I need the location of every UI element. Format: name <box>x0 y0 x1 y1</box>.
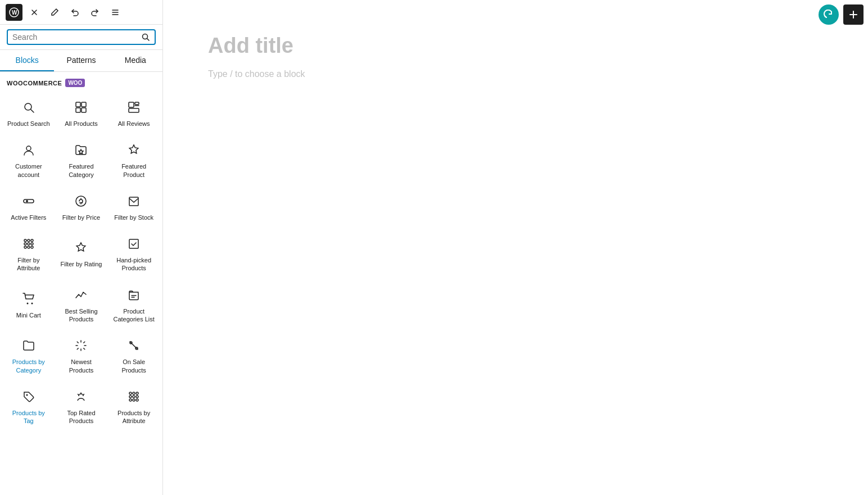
product-categories-list-icon <box>125 286 143 304</box>
block-label-hand-picked-products: Hand-picked Products <box>112 256 156 273</box>
filter-by-price-icon <box>72 192 90 210</box>
svg-rect-9 <box>135 102 139 105</box>
svg-rect-5 <box>82 102 86 107</box>
block-item-all-products[interactable]: All Products <box>55 92 108 134</box>
block-item-products-by-tag[interactable]: Products by Tag <box>2 381 55 432</box>
block-item-best-selling-products[interactable]: Best Selling Products <box>55 279 108 330</box>
svg-point-30 <box>136 392 138 394</box>
svg-rect-7 <box>82 108 86 112</box>
block-label-products-by-tag: Products by Tag <box>7 409 51 425</box>
block-item-hand-picked-products[interactable]: Hand-picked Products <box>107 228 160 279</box>
on-sale-products-icon <box>125 337 143 355</box>
hand-picked-products-icon <box>125 235 143 253</box>
product-search-icon <box>20 98 38 116</box>
block-label-featured-category: Featured Category <box>60 162 103 179</box>
block-item-newest-products[interactable]: Newest Products <box>55 330 108 381</box>
svg-point-32 <box>133 396 135 398</box>
woo-badge: WOO <box>65 79 85 87</box>
svg-point-20 <box>31 243 33 245</box>
block-item-filter-by-rating[interactable]: Filter by Rating <box>55 228 108 279</box>
block-label-product-search: Product Search <box>7 120 50 128</box>
top-right-actions <box>819 4 864 25</box>
block-item-featured-category[interactable]: Featured Category <box>55 134 108 185</box>
woocommerce-section-header: WOOCOMMERCE WOO <box>0 72 162 92</box>
block-label-products-by-attribute: Products by Attribute <box>112 409 156 425</box>
search-icon-button[interactable] <box>141 33 150 42</box>
add-block-button[interactable] <box>843 4 864 25</box>
edit-button[interactable] <box>46 4 63 21</box>
block-item-filter-by-price[interactable]: Filter by Price <box>55 185 108 228</box>
block-item-product-categories-list[interactable]: Product Categories List <box>107 279 160 330</box>
best-selling-products-icon <box>72 286 90 304</box>
svg-point-35 <box>133 399 135 401</box>
editor-area: Type / to choose a block <box>163 0 868 495</box>
block-item-filter-by-attribute[interactable]: Filter by Attribute <box>2 228 55 279</box>
block-item-featured-product[interactable]: Featured Product <box>107 134 160 185</box>
block-item-filter-by-stock[interactable]: Filter by Stock <box>107 185 160 228</box>
svg-point-18 <box>24 243 26 245</box>
undo-button[interactable] <box>66 4 83 21</box>
svg-point-31 <box>129 396 132 398</box>
customer-account-icon <box>20 141 38 159</box>
svg-text:W: W <box>12 10 17 16</box>
block-label-all-reviews: All Reviews <box>118 120 150 128</box>
woocommerce-label: WOOCOMMERCE <box>7 80 62 87</box>
svg-point-28 <box>129 392 132 394</box>
list-view-button[interactable] <box>107 4 124 21</box>
block-label-active-filters: Active Filters <box>11 214 46 221</box>
block-item-products-by-attribute[interactable]: Products by Attribute <box>107 381 160 432</box>
block-label-filter-by-rating: Filter by Rating <box>61 260 102 268</box>
svg-point-17 <box>31 239 33 242</box>
block-label-best-selling-products: Best Selling Products <box>60 307 103 324</box>
svg-point-34 <box>129 399 132 401</box>
tab-media[interactable]: Media <box>108 50 162 71</box>
svg-point-3 <box>25 103 31 110</box>
block-item-product-search[interactable]: Product Search <box>2 92 55 134</box>
redo-button[interactable] <box>87 4 103 21</box>
svg-point-16 <box>28 239 30 242</box>
block-label-on-sale-products: On Sale Products <box>112 358 156 374</box>
close-button[interactable] <box>26 4 43 21</box>
block-label-newest-products: Newest Products <box>60 358 103 374</box>
sidebar: W <box>0 0 163 495</box>
all-products-icon <box>72 98 90 116</box>
svg-rect-10 <box>129 108 139 112</box>
block-item-active-filters[interactable]: Active Filters <box>2 185 55 228</box>
search-box <box>7 29 156 45</box>
block-label-products-by-category: Products by Category <box>7 358 51 374</box>
block-item-customer-account[interactable]: Customer account <box>2 134 55 185</box>
block-item-top-rated-products[interactable]: Top Rated Products <box>55 381 108 432</box>
newest-products-icon <box>72 337 90 355</box>
block-item-products-by-category[interactable]: Products by Category <box>2 330 55 381</box>
top-toolbar: W <box>0 0 162 25</box>
block-label-featured-product: Featured Product <box>112 162 156 179</box>
svg-point-33 <box>136 396 138 398</box>
svg-point-25 <box>26 302 28 304</box>
block-label-top-rated-products: Top Rated Products <box>60 409 103 425</box>
block-item-all-reviews[interactable]: All Reviews <box>107 92 160 134</box>
block-label-product-categories-list: Product Categories List <box>112 307 156 324</box>
title-input[interactable] <box>208 34 823 58</box>
main-content: Type / to choose a block <box>163 0 868 495</box>
tabs: Blocks Patterns Media <box>0 50 162 72</box>
filter-by-attribute-icon <box>20 235 38 253</box>
products-by-tag-icon <box>20 388 38 406</box>
block-label-filter-by-price: Filter by Price <box>62 214 100 221</box>
svg-point-26 <box>31 302 33 304</box>
type-hint: Type / to choose a block <box>208 69 823 79</box>
svg-point-36 <box>136 399 138 401</box>
block-label-all-products: All Products <box>65 120 98 128</box>
tab-patterns[interactable]: Patterns <box>54 50 108 71</box>
svg-point-15 <box>24 239 26 242</box>
refresh-button[interactable] <box>819 4 839 25</box>
svg-point-14 <box>76 196 86 206</box>
svg-point-23 <box>31 246 33 248</box>
top-rated-products-icon <box>72 388 90 406</box>
block-item-on-sale-products[interactable]: On Sale Products <box>107 330 160 381</box>
tab-blocks[interactable]: Blocks <box>0 50 54 71</box>
svg-rect-4 <box>76 102 80 107</box>
block-item-mini-cart[interactable]: Mini Cart <box>2 279 55 330</box>
block-label-filter-by-attribute: Filter by Attribute <box>7 256 51 273</box>
search-input[interactable] <box>12 33 138 42</box>
svg-point-19 <box>28 243 30 245</box>
